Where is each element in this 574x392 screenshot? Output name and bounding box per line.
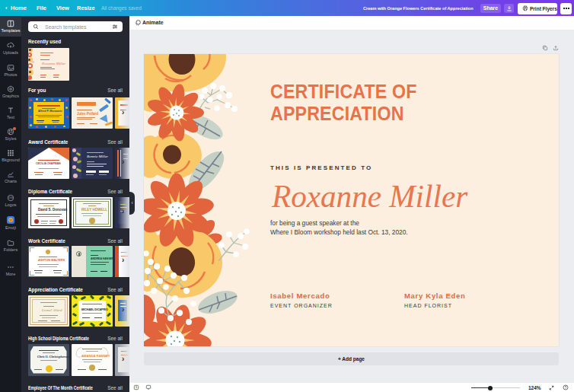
svg-text:1: 1 — [136, 386, 137, 389]
svg-text:DG: DG — [8, 196, 13, 199]
